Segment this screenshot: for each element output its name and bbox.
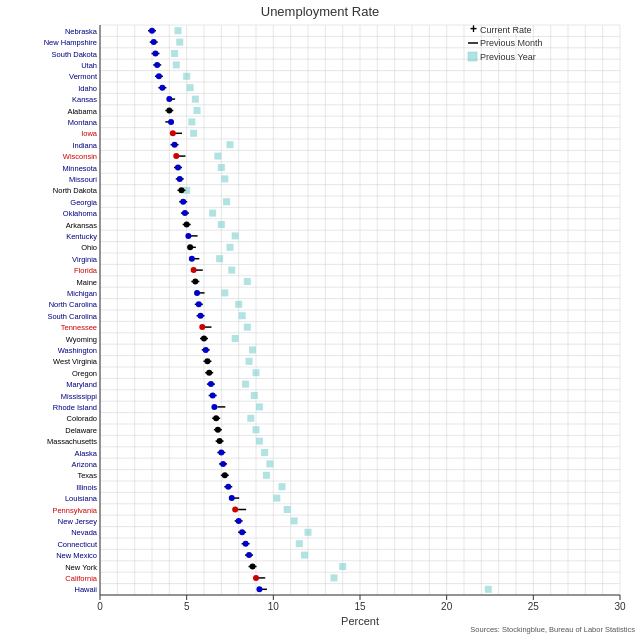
chart-container — [0, 0, 640, 640]
